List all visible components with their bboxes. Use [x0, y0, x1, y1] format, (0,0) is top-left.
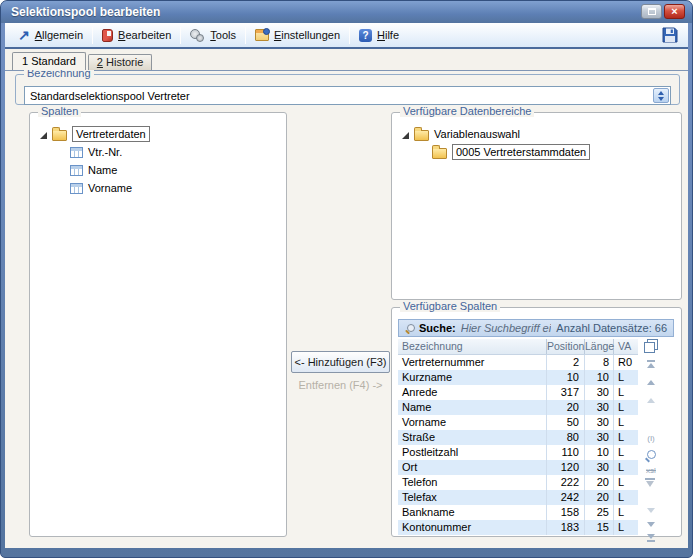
- table-cell: 8: [585, 355, 614, 370]
- tree-node-variablenauswahl[interactable]: Variablenauswahl: [402, 125, 681, 143]
- bezeichnung-combobox[interactable]: [24, 86, 671, 105]
- spinner-down-icon: [658, 97, 664, 101]
- table-cell: 30: [585, 415, 614, 430]
- combo-spinner-button[interactable]: [653, 88, 669, 103]
- table-row[interactable]: Vorname5030L: [398, 415, 638, 430]
- table-cell: 120: [547, 460, 585, 475]
- table-row[interactable]: Name2030L: [398, 400, 638, 415]
- datenbereiche-tree: Variablenauswahl 0005 Vertreterstammdate…: [392, 113, 681, 161]
- toolbar-separator: [92, 27, 93, 44]
- tree-expander-icon[interactable]: [40, 132, 47, 139]
- table-cell: 158: [547, 505, 585, 520]
- table-cell: L: [614, 415, 638, 430]
- save-button[interactable]: [662, 27, 682, 43]
- spinner-up-icon: [658, 91, 664, 95]
- tree-node-vertreterdaten[interactable]: Vertreterdaten: [40, 125, 286, 143]
- table-cell: 20: [547, 400, 585, 415]
- table-row[interactable]: Telefon22220L: [398, 475, 638, 490]
- window-restore-button[interactable]: [641, 4, 662, 19]
- table-row[interactable]: Bankname15825L: [398, 505, 638, 520]
- table-cell: 30: [585, 460, 614, 475]
- table-cell: Anrede: [398, 385, 547, 400]
- scroll-top-icon[interactable]: [643, 358, 659, 370]
- tab-historie[interactable]: 2 Historie: [88, 54, 152, 70]
- tabstrip: 1 Standard 2 Historie: [5, 49, 688, 70]
- table-cell: 20: [585, 475, 614, 490]
- bezeichnung-input[interactable]: [25, 87, 670, 104]
- table-row[interactable]: Vertreternummer28R0: [398, 355, 638, 370]
- tree-node-vorname[interactable]: Vorname: [70, 179, 286, 197]
- settings-icon: [255, 29, 269, 41]
- table-row[interactable]: Postleitzahl11010L: [398, 445, 638, 460]
- table-row[interactable]: Kontonummer18315L: [398, 520, 638, 535]
- move-up-icon[interactable]: [643, 376, 659, 388]
- table-cell: 242: [547, 490, 585, 505]
- columns-icon[interactable]: (I): [641, 434, 661, 443]
- table-cell: 10: [585, 370, 614, 385]
- table-cell: L: [614, 385, 638, 400]
- filter-icon[interactable]: [645, 478, 657, 490]
- window-close-button[interactable]: [664, 4, 685, 19]
- header-position[interactable]: Position: [547, 339, 585, 354]
- add-button[interactable]: <- Hinzufügen (F3): [291, 351, 390, 373]
- window-restore-icon: [648, 8, 656, 15]
- table-cell: Vorname: [398, 415, 547, 430]
- remove-button-disabled[interactable]: Entfernen (F4) ->: [291, 379, 390, 391]
- toolbar-separator: [349, 27, 350, 44]
- group-bezeichnung: Bezeichnung: [15, 74, 680, 105]
- titlebar: Selektionspool bearbeiten: [1, 1, 692, 23]
- table-row[interactable]: Telefax24220L: [398, 490, 638, 505]
- table-cell: L: [614, 505, 638, 520]
- table-cell: 25: [585, 505, 614, 520]
- group-spalten: Spalten Vertreterdaten Vtr.-Nr. Name: [29, 112, 287, 537]
- table-cell: L: [614, 445, 638, 460]
- tree-node-vertreterstammdaten[interactable]: 0005 Vertreterstammdaten: [432, 143, 681, 161]
- column-grid-icon: [70, 183, 83, 194]
- group-spalten-label: Spalten: [38, 105, 81, 117]
- search-input[interactable]: [461, 322, 552, 334]
- folder-icon: [414, 130, 429, 141]
- toolbar-item-tools[interactable]: Tools: [183, 27, 243, 44]
- table-row[interactable]: Straße8030L: [398, 430, 638, 445]
- toolbar-item-allgemein[interactable]: Allgemein: [11, 27, 90, 44]
- toolbar-label: Allgemein: [35, 29, 83, 41]
- copy-columns-icon[interactable]: [644, 339, 657, 351]
- table-header: Bezeichnung Position Länge VA: [398, 339, 638, 355]
- sort-icon[interactable]: xsl: [641, 466, 661, 475]
- page-up-icon[interactable]: [643, 394, 659, 406]
- toolbar-item-bearbeiten[interactable]: Bearbeiten: [95, 27, 178, 44]
- move-down-icon[interactable]: [643, 518, 659, 530]
- table-cell: L: [614, 520, 638, 535]
- table-cell: Kontonummer: [398, 520, 547, 535]
- table-search-icon[interactable]: [645, 450, 656, 461]
- table-cell: Name: [398, 400, 547, 415]
- header-laenge[interactable]: Länge: [585, 339, 614, 354]
- scroll-bottom-icon[interactable]: [643, 532, 659, 544]
- header-va[interactable]: VA: [614, 339, 638, 354]
- table-cell: Telefax: [398, 490, 547, 505]
- table-cell: 317: [547, 385, 585, 400]
- table-row[interactable]: Anrede31730L: [398, 385, 638, 400]
- table-cell: Telefon: [398, 475, 547, 490]
- tree-node-name[interactable]: Name: [70, 161, 286, 179]
- toolbar-label: Hilfe: [377, 29, 399, 41]
- toolbar: Allgemein Bearbeiten Tools Einstellungen…: [5, 23, 688, 49]
- table-cell: 15: [585, 520, 614, 535]
- save-floppy-icon: [662, 27, 678, 43]
- tree-node-vtr-nr[interactable]: Vtr.-Nr.: [70, 143, 286, 161]
- table-cell: 10: [547, 370, 585, 385]
- table-row[interactable]: Ort12030L: [398, 460, 638, 475]
- table-cell: 30: [585, 430, 614, 445]
- tab-standard[interactable]: 1 Standard: [12, 52, 86, 70]
- spalten-tree: Vertreterdaten Vtr.-Nr. Name Vorname: [30, 113, 286, 197]
- table-cell: L: [614, 430, 638, 445]
- table-row[interactable]: Kurzname1010L: [398, 370, 638, 385]
- page-down-icon[interactable]: [643, 504, 659, 516]
- table-cell: 20: [585, 490, 614, 505]
- table-cell: 2: [547, 355, 585, 370]
- toolbar-item-einstellungen[interactable]: Einstellungen: [248, 27, 347, 43]
- record-count: Anzahl Datensätze: 66: [556, 322, 667, 334]
- header-bezeichnung[interactable]: Bezeichnung: [398, 339, 547, 354]
- toolbar-item-hilfe[interactable]: Hilfe: [352, 27, 406, 44]
- tree-expander-icon[interactable]: [402, 132, 409, 139]
